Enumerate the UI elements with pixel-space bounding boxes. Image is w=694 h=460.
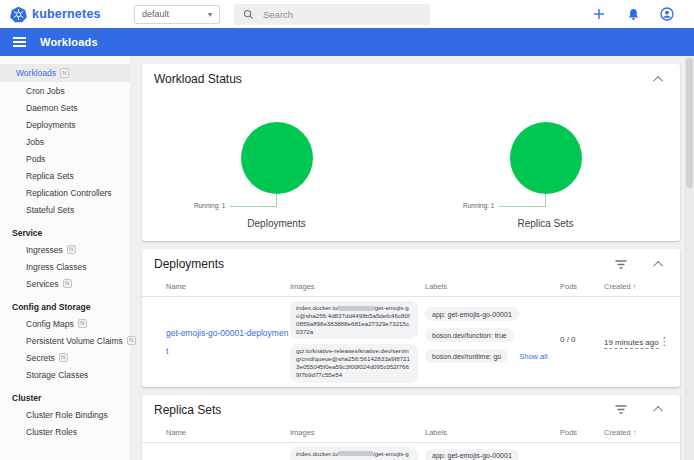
- sidebar-item-label: Daemon Sets: [26, 103, 78, 113]
- namespaced-badge-icon: N: [63, 279, 72, 289]
- sidebar-item-label: Deployments: [26, 120, 76, 130]
- redacted-text: [339, 451, 373, 456]
- filter-icon: [615, 405, 627, 414]
- table-header-row: Name Images Labels Pods Created ↑: [142, 277, 680, 297]
- sidebar-item-label: Workloads: [16, 68, 56, 78]
- sidebar-item-replication-controllers[interactable]: Replication Controllers: [0, 184, 130, 201]
- images-cell: index.docker.io//get-emojis-go@sha256:4d…: [290, 297, 425, 383]
- sidebar-item-stateful-sets[interactable]: Stateful Sets: [0, 201, 130, 218]
- topbar-actions: [591, 6, 684, 22]
- sidebar-item-label: Stateful Sets: [26, 205, 74, 215]
- sidebar-item-label: Config Maps: [26, 319, 74, 329]
- filter-button[interactable]: [614, 404, 628, 416]
- scrollbar[interactable]: [685, 56, 694, 460]
- image-text: index.docker.io/: [296, 304, 339, 311]
- deployment-name-link[interactable]: get-emojis-go-00001-deployment: [166, 328, 288, 356]
- sidebar-item-replica-sets[interactable]: Replica Sets: [0, 167, 130, 184]
- namespaced-badge-icon: N: [60, 68, 69, 78]
- deployments-card: Deployments Name Images Labels: [142, 249, 680, 387]
- sidebar-item-ingress-classes[interactable]: Ingress Classes: [0, 258, 130, 275]
- pie-callout-label: Running: 1: [463, 202, 494, 209]
- pods-count: 0 / 0: [560, 443, 604, 460]
- label-chip: boson.dev/function: true: [425, 328, 514, 342]
- kubernetes-logo[interactable]: kubernetes: [10, 6, 120, 23]
- sidebar-item-secrets[interactable]: Secrets N: [0, 349, 130, 366]
- table-header-row: Name Images Labels Pods Created ↑: [142, 423, 680, 443]
- filter-button[interactable]: [614, 258, 628, 270]
- sidebar-item-label: Services: [26, 279, 59, 289]
- image-chip: index.docker.io//get-emojis-go@sha256:4d…: [290, 447, 418, 460]
- created-relative-time[interactable]: 19 minutes ago: [604, 338, 659, 349]
- column-header-labels: Labels: [425, 428, 560, 437]
- sidebar-item-label: Jobs: [26, 137, 44, 147]
- namespaced-badge-icon: N: [78, 319, 87, 329]
- label-chip: boson.dev/runtime: go: [425, 349, 508, 363]
- scrollbar-thumb[interactable]: [686, 58, 693, 188]
- chevron-up-icon: [653, 260, 663, 270]
- row-actions-menu-icon[interactable]: ⋮: [659, 335, 670, 347]
- sidebar-item-services[interactable]: Services N: [0, 275, 130, 292]
- sidebar-item-deployments[interactable]: Deployments: [0, 116, 130, 133]
- collapse-card-button[interactable]: [652, 258, 666, 270]
- sidebar-item-jobs[interactable]: Jobs: [0, 133, 130, 150]
- pie-callout-label: Running: 1: [194, 202, 225, 209]
- column-header-created[interactable]: Created ↑: [604, 282, 656, 291]
- user-avatar-icon: [660, 7, 674, 21]
- create-resource-button[interactable]: [591, 6, 607, 22]
- search-input[interactable]: [263, 9, 403, 20]
- search-bar[interactable]: [234, 4, 430, 25]
- namespace-selector[interactable]: default ▾: [134, 5, 220, 24]
- sidebar-item-label: Cron Jobs: [26, 86, 65, 96]
- sidebar-item-storage-classes[interactable]: Storage Classes: [0, 366, 130, 383]
- labels-cell: app: get-emojis-go-00001 boson.dev/funct…: [425, 297, 560, 363]
- sidebar-item-workloads[interactable]: Workloads N: [0, 64, 130, 82]
- sidebar-item-cluster-roles[interactable]: Cluster Roles: [0, 423, 130, 440]
- redacted-text: [339, 306, 373, 311]
- collapse-card-button[interactable]: [652, 404, 666, 416]
- pie-callout-line: [499, 194, 546, 207]
- hamburger-icon: [13, 37, 26, 39]
- sort-ascending-icon: ↑: [633, 282, 637, 291]
- images-cell: index.docker.io//get-emojis-go@sha256:4d…: [290, 443, 425, 460]
- sidebar-item-label: Cluster Role Bindings: [26, 410, 108, 420]
- image-text: index.docker.io/: [296, 450, 339, 457]
- namespaced-badge-icon: N: [59, 353, 68, 363]
- sidebar-item-cron-jobs[interactable]: Cron Jobs: [0, 82, 130, 99]
- column-header-name[interactable]: Name: [166, 428, 290, 437]
- sidebar-section-service: Service: [0, 224, 130, 241]
- sidebar-item-label: Ingresses: [26, 245, 63, 255]
- sidebar-section-cluster: Cluster: [0, 389, 130, 406]
- pie-running-slice: [241, 122, 313, 194]
- replica-sets-status-chart: Running: 1 Replica Sets: [411, 92, 680, 229]
- chevron-up-icon: [653, 75, 663, 85]
- sidebar-item-label: Persistent Volume Claims: [26, 336, 123, 346]
- page-toolbar: Workloads: [0, 28, 694, 56]
- sidebar-item-ingresses[interactable]: Ingresses N: [0, 241, 130, 258]
- sidebar-item-daemon-sets[interactable]: Daemon Sets: [0, 99, 130, 116]
- search-icon: [243, 9, 254, 20]
- collapse-card-button[interactable]: [652, 73, 666, 85]
- user-menu-button[interactable]: [659, 6, 675, 22]
- plus-icon: [593, 8, 605, 20]
- sidebar-item-pods[interactable]: Pods: [0, 150, 130, 167]
- chart-title: Deployments: [247, 218, 305, 229]
- table-row: get-emojis-go-00001-deployment index.doc…: [142, 297, 680, 387]
- brand-name: kubernetes: [32, 7, 101, 21]
- deployments-status-chart: Running: 1 Deployments: [142, 92, 411, 229]
- show-all-link[interactable]: Show all: [519, 352, 547, 361]
- sidebar-item-cluster-role-bindings[interactable]: Cluster Role Bindings: [0, 406, 130, 423]
- menu-toggle-button[interactable]: [13, 37, 26, 47]
- sidebar-item-persistent-volume-claims[interactable]: Persistent Volume Claims N: [0, 332, 130, 349]
- sidebar-item-config-maps[interactable]: Config Maps N: [0, 315, 130, 332]
- column-header-name[interactable]: Name: [166, 282, 290, 291]
- pie-running-slice: [510, 122, 582, 194]
- column-header-pods: Pods: [560, 428, 604, 437]
- namespaced-badge-icon: N: [67, 245, 76, 255]
- sidebar-section-config-and-storage: Config and Storage: [0, 298, 130, 315]
- image-text: gcr.io/knative-releases/knative.dev/serv…: [296, 347, 410, 378]
- replica-sets-card: Replica Sets Name Images Labels: [142, 395, 680, 460]
- chevron-up-icon: [653, 406, 663, 416]
- column-header-created[interactable]: Created ↑: [604, 428, 656, 437]
- notifications-button[interactable]: [625, 6, 641, 22]
- workload-status-card: Workload Status Running: 1 Deployments: [142, 64, 680, 241]
